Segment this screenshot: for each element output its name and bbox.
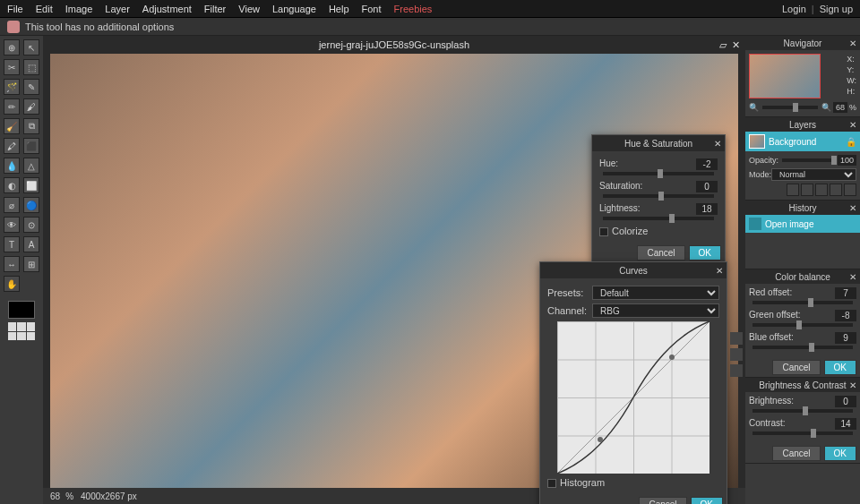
menu-edit[interactable]: Edit [36,4,53,14]
tool-text[interactable]: T [4,236,20,252]
layer-down-icon[interactable] [830,184,842,196]
navigator-thumbnail[interactable] [749,54,821,98]
hue-value: -2 [696,158,718,170]
toolbar: ⊕ ↖ ✂ ⬚ 🪄 ✎ ✏ 🖌 🧹 ⧉ 🖍 ⬛ 💧 △ ◐ ⬜ ⌀ 🔵 👁 ⊙ … [0,36,43,504]
menu-language[interactable]: Language [272,4,316,14]
histogram-checkbox[interactable] [547,479,556,488]
tool-move[interactable]: ↖ [23,39,39,56]
tool-smudge[interactable]: ⌀ [4,197,20,213]
login-link[interactable]: Login [782,4,806,14]
close-icon[interactable]: ✕ [714,139,721,149]
menu-freebies[interactable]: Freebies [394,4,433,14]
menu-font[interactable]: Font [362,4,382,14]
menu-file[interactable]: File [7,4,23,14]
close-icon[interactable]: ✕ [849,120,856,130]
close-icon[interactable]: ✕ [716,266,723,276]
menu-adjustment[interactable]: Adjustment [142,4,192,14]
ok-button[interactable]: OK [824,360,856,375]
tool-fill[interactable]: 🖍 [4,138,20,154]
minimize-icon[interactable]: ▱ [719,39,727,51]
close-icon[interactable]: ✕ [849,38,856,48]
tool-shape[interactable]: A [23,236,39,252]
tool-heal[interactable]: 🔵 [23,197,39,213]
tool-gradient[interactable]: ⬛ [23,138,39,154]
signup-link[interactable]: Sign up [820,4,853,14]
menu-image[interactable]: Image [65,4,93,14]
hand-icon [7,21,20,33]
curve-pencil-icon[interactable] [730,332,743,345]
zoom-unit: % [65,491,73,501]
light-slider[interactable] [603,217,714,220]
lock-icon[interactable]: 🔒 [846,137,856,147]
zoom-slider[interactable] [762,106,818,109]
cancel-button[interactable]: Cancel [772,360,820,375]
cancel-button[interactable]: Cancel [772,446,820,461]
tool-sponge[interactable]: ⬜ [23,177,39,193]
tool-brush[interactable]: ✏ [4,98,20,115]
tool-lasso[interactable]: ✂ [4,59,20,75]
hue-slider[interactable] [603,172,714,175]
colorize-checkbox[interactable] [599,227,608,236]
ok-button[interactable]: OK [689,245,721,261]
tool-marquee[interactable]: ⬚ [23,59,39,75]
red-slider[interactable] [752,301,853,304]
brightness-label: Brightness: [749,396,794,407]
tool-dodge[interactable]: ◐ [4,177,20,193]
tool-redeye[interactable]: 👁 [4,217,20,233]
tool-paint[interactable]: 🖌 [23,98,39,115]
ok-button[interactable]: OK [691,497,723,504]
layer-row[interactable]: Background 🔒 [745,132,860,151]
menu-filter[interactable]: Filter [204,4,226,14]
history-item[interactable]: Open image [745,215,860,233]
sat-value: 0 [696,181,718,192]
tool-hand[interactable]: ✋ [4,276,20,292]
duplicate-layer-icon[interactable] [801,184,813,196]
menu-layer[interactable]: Layer [105,4,130,14]
tool-eraser[interactable]: 🧹 [4,118,20,134]
layer-up-icon[interactable] [815,184,828,196]
menu-help[interactable]: Help [329,4,349,14]
sat-slider[interactable] [603,194,714,198]
curves-graph[interactable] [557,321,710,474]
cancel-button[interactable]: Cancel [637,245,684,261]
curve-reset-icon[interactable] [730,364,743,377]
tool-grid[interactable]: ⊞ [23,256,39,272]
tool-sharpen[interactable]: △ [23,158,39,174]
new-layer-icon[interactable] [787,184,799,196]
foreground-color[interactable] [8,301,35,319]
curve-point-icon[interactable] [730,348,743,361]
blend-mode-select[interactable]: Normal [771,168,856,181]
opacity-label: Opacity: [749,156,778,165]
ok-button[interactable]: OK [824,446,856,461]
channel-select[interactable]: RBG [592,303,719,318]
menu-view[interactable]: View [238,4,260,14]
huesat-title: Hue & Saturation [624,139,692,149]
presets-select[interactable]: Default [592,286,719,300]
close-icon[interactable]: ✕ [732,39,740,51]
contrast-slider[interactable] [752,431,853,435]
cancel-button[interactable]: Cancel [639,497,686,504]
close-icon[interactable]: ✕ [849,203,856,213]
history-title: History [788,203,816,213]
swatch-grid[interactable] [8,322,35,340]
close-icon[interactable]: ✕ [849,272,856,282]
close-icon[interactable]: ✕ [849,380,856,390]
tool-blur[interactable]: 💧 [4,158,20,174]
green-slider[interactable] [752,323,853,327]
brightness-slider[interactable] [752,409,853,413]
colorize-label: Colorize [612,226,648,236]
nav-zoom-value: 68 [833,102,847,113]
tool-crop[interactable]: ⊕ [4,39,20,56]
tool-transform[interactable]: ↔ [4,256,20,272]
tool-options-bar: This tool has no additional options [0,18,860,36]
menubar: File Edit Image Layer Adjustment Filter … [0,0,860,18]
tool-pencil[interactable]: ✎ [23,79,39,95]
zoom-out-icon[interactable]: 🔍 [749,103,759,112]
blue-slider[interactable] [752,346,853,349]
opacity-slider[interactable] [782,158,834,162]
tool-clone[interactable]: ⧉ [23,118,39,134]
delete-layer-icon[interactable] [844,184,856,196]
tool-wand[interactable]: 🪄 [4,79,20,95]
zoom-in-icon[interactable]: 🔍 [821,103,831,112]
tool-eyedropper[interactable]: ⊙ [23,217,39,233]
